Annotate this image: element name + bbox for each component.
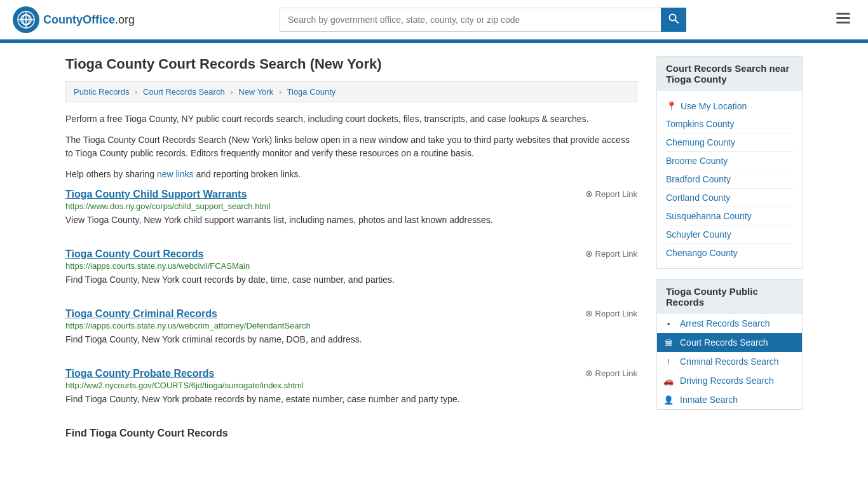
nearby-county-3[interactable]: Bradford County	[666, 170, 793, 189]
pub-rec-icon-1: 🏛	[663, 338, 674, 348]
nearby-county-link-7[interactable]: Chenango County	[666, 248, 738, 258]
report-link-3[interactable]: ⊗ Report Link	[585, 368, 637, 378]
nearby-counties-list: Tompkins CountyChemung CountyBroome Coun…	[666, 115, 793, 262]
nearby-county-5[interactable]: Susquehanna County	[666, 207, 793, 226]
public-records-header: Tioga County Public Records	[657, 280, 802, 314]
result-url-2[interactable]: https://iapps.courts.state.ny.us/webcrim…	[65, 321, 637, 330]
result-header-3: Tioga County Probate Records ⊗ Report Li…	[65, 368, 637, 379]
result-title-1[interactable]: Tioga County Court Records	[65, 248, 204, 260]
svg-line-7	[675, 20, 679, 24]
pub-rec-icon-3: 🚗	[663, 376, 674, 386]
nearby-box: Court Records Search near Tioga County 📍…	[656, 56, 803, 269]
nearby-county-link-5[interactable]: Susquehanna County	[666, 211, 752, 221]
report-label-3: Report Link	[595, 369, 637, 378]
report-link-0[interactable]: ⊗ Report Link	[585, 189, 637, 199]
result-title-0[interactable]: Tioga County Child Support Warrants	[65, 189, 247, 200]
pub-rec-link-3[interactable]: Driving Records Search	[680, 376, 774, 386]
result-url-3[interactable]: http://ww2.nycourts.gov/COURTS/6jd/tioga…	[65, 381, 637, 390]
result-url-0[interactable]: https://www.dos.ny.gov/corps/child_suppo…	[65, 201, 637, 211]
pub-rec-icon-2: !	[663, 357, 674, 367]
desc-paragraph-2: The Tioga County Court Records Search (N…	[65, 133, 637, 160]
search-area	[280, 8, 686, 32]
breadcrumb-new-york[interactable]: New York	[238, 87, 273, 97]
nearby-county-link-4[interactable]: Cortland County	[666, 193, 730, 203]
result-entry-1: Tioga County Court Records ⊗ Report Link…	[65, 248, 637, 293]
pub-rec-link-0[interactable]: Arrest Records Search	[680, 318, 770, 329]
search-button[interactable]	[661, 8, 686, 32]
pub-rec-link-2[interactable]: Criminal Records Search	[680, 356, 779, 367]
public-records-list: ▪ Arrest Records Search 🏛 Court Records …	[657, 314, 802, 409]
results-list: Tioga County Child Support Warrants ⊗ Re…	[65, 189, 637, 412]
pub-rec-icon-0: ▪	[663, 319, 674, 329]
public-record-item-4[interactable]: 👤 Inmate Search	[657, 390, 802, 409]
result-entry-2: Tioga County Criminal Records ⊗ Report L…	[65, 308, 637, 353]
nearby-county-link-6[interactable]: Schuyler County	[666, 229, 731, 240]
result-entry-3: Tioga County Probate Records ⊗ Report Li…	[65, 368, 637, 412]
bottom-section-heading: Find Tioga County Court Records	[65, 428, 637, 439]
result-header-1: Tioga County Court Records ⊗ Report Link	[65, 248, 637, 260]
use-my-location-link[interactable]: Use My Location	[681, 101, 747, 111]
pub-rec-link-4[interactable]: Inmate Search	[680, 395, 738, 405]
report-link-2[interactable]: ⊗ Report Link	[585, 308, 637, 318]
report-icon-2: ⊗	[585, 308, 593, 318]
svg-rect-10	[836, 22, 850, 24]
nearby-content: 📍 Use My Location Tompkins CountyChemung…	[657, 91, 802, 268]
content-area: Tioga County Court Records Search (New Y…	[65, 56, 637, 439]
public-record-item-3[interactable]: 🚗 Driving Records Search	[657, 371, 802, 390]
result-url-1[interactable]: https://iapps.courts.state.ny.us/webcivi…	[65, 261, 637, 271]
svg-rect-8	[836, 13, 850, 15]
location-pin-icon: 📍	[666, 101, 677, 111]
nearby-county-link-1[interactable]: Chemung County	[666, 137, 735, 147]
report-icon-1: ⊗	[585, 248, 593, 259]
nearby-county-link-3[interactable]: Bradford County	[666, 174, 731, 184]
result-desc-1: Find Tioga County, New York court record…	[65, 273, 637, 287]
main-container: Tioga County Court Records Search (New Y…	[53, 43, 815, 452]
nearby-header: Court Records Search near Tioga County	[657, 57, 802, 91]
result-desc-2: Find Tioga County, New York criminal rec…	[65, 333, 637, 346]
public-record-item-0[interactable]: ▪ Arrest Records Search	[657, 314, 802, 333]
nearby-county-1[interactable]: Chemung County	[666, 133, 793, 152]
nearby-county-0[interactable]: Tompkins County	[666, 115, 793, 133]
nearby-county-2[interactable]: Broome County	[666, 152, 793, 170]
result-title-2[interactable]: Tioga County Criminal Records	[65, 308, 217, 320]
desc-paragraph-3: Help others by sharing new links and rep…	[65, 168, 637, 181]
use-my-location-item[interactable]: 📍 Use My Location	[666, 97, 793, 115]
nearby-county-7[interactable]: Chenango County	[666, 244, 793, 262]
report-icon-0: ⊗	[585, 189, 593, 199]
report-label-2: Report Link	[595, 309, 637, 318]
nearby-county-link-2[interactable]: Broome County	[666, 156, 728, 166]
result-entry-0: Tioga County Child Support Warrants ⊗ Re…	[65, 189, 637, 233]
logo-area: CountyOffice.org	[13, 6, 135, 33]
nearby-county-6[interactable]: Schuyler County	[666, 226, 793, 244]
logo-icon	[13, 6, 39, 33]
breadcrumb-court-records[interactable]: Court Records Search	[143, 87, 225, 97]
result-desc-3: Find Tioga County, New York probate reco…	[65, 393, 637, 406]
site-header: CountyOffice.org	[0, 0, 868, 41]
menu-button[interactable]	[831, 9, 855, 30]
header-right	[831, 9, 855, 30]
new-links-link[interactable]: new links	[157, 169, 194, 179]
public-records-box: Tioga County Public Records ▪ Arrest Rec…	[656, 279, 803, 410]
report-icon-3: ⊗	[585, 368, 593, 378]
sidebar: Court Records Search near Tioga County 📍…	[656, 56, 803, 439]
result-header-0: Tioga County Child Support Warrants ⊗ Re…	[65, 189, 637, 200]
report-link-1[interactable]: ⊗ Report Link	[585, 248, 637, 259]
result-title-3[interactable]: Tioga County Probate Records	[65, 368, 214, 379]
result-header-2: Tioga County Criminal Records ⊗ Report L…	[65, 308, 637, 320]
nearby-county-4[interactable]: Cortland County	[666, 189, 793, 207]
logo-text: CountyOffice.org	[43, 13, 135, 27]
public-record-item-2[interactable]: ! Criminal Records Search	[657, 352, 802, 371]
breadcrumb: Public Records › Court Records Search › …	[65, 81, 637, 102]
svg-point-5	[25, 18, 27, 21]
desc-paragraph-1: Perform a free Tioga County, NY public c…	[65, 112, 637, 126]
svg-rect-9	[836, 17, 850, 19]
breadcrumb-tioga-county[interactable]: Tioga County	[287, 87, 336, 97]
breadcrumb-public-records[interactable]: Public Records	[74, 87, 129, 97]
pub-rec-icon-4: 👤	[663, 395, 674, 405]
pub-rec-label-1: Court Records Search	[680, 337, 768, 348]
result-desc-0: View Tioga County, New York child suppor…	[65, 214, 637, 227]
public-record-item-1[interactable]: 🏛 Court Records Search	[657, 333, 802, 352]
report-label-0: Report Link	[595, 189, 637, 199]
search-input[interactable]	[280, 8, 661, 32]
nearby-county-link-0[interactable]: Tompkins County	[666, 119, 734, 129]
